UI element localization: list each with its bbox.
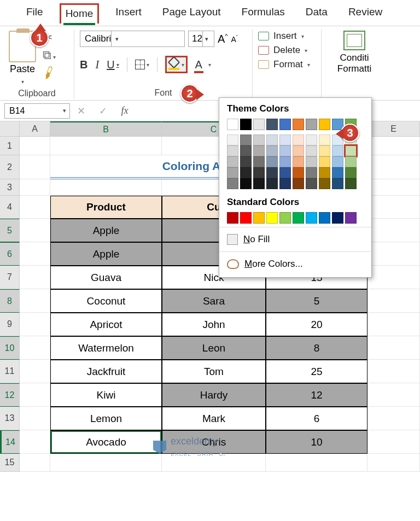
color-swatch[interactable] <box>266 134 278 145</box>
cell[interactable] <box>368 266 420 289</box>
enter-formula-icon[interactable]: ✓ <box>92 105 114 117</box>
tab-data[interactable]: Data <box>301 3 332 24</box>
row-header[interactable]: 4 <box>0 196 20 219</box>
table-cell[interactable]: Lemon <box>50 407 162 430</box>
increase-font-icon[interactable]: A^ <box>218 33 228 45</box>
cell[interactable] <box>50 179 162 196</box>
cell[interactable] <box>368 242 420 266</box>
color-swatch[interactable] <box>253 119 265 130</box>
insert-cells-button[interactable]: Insert ▾ <box>258 31 316 42</box>
cell[interactable] <box>20 179 50 196</box>
color-swatch[interactable] <box>253 212 265 224</box>
col-header-E[interactable]: E <box>368 121 420 137</box>
color-swatch[interactable] <box>227 156 238 167</box>
row-header[interactable]: 5 <box>0 219 20 242</box>
cell[interactable] <box>266 454 368 472</box>
table-cell[interactable]: Kiwi <box>50 383 162 407</box>
table-cell[interactable]: 25 <box>266 360 368 383</box>
color-swatch[interactable] <box>332 167 343 178</box>
color-swatch[interactable] <box>279 145 291 156</box>
color-swatch[interactable] <box>332 212 343 224</box>
row-header[interactable]: 14 <box>0 430 20 454</box>
color-swatch[interactable] <box>240 167 252 178</box>
color-swatch[interactable] <box>306 134 317 145</box>
color-swatch[interactable] <box>227 167 238 178</box>
table-cell[interactable]: John <box>162 313 266 336</box>
cell[interactable] <box>368 383 420 407</box>
cell[interactable] <box>20 360 50 383</box>
color-swatch[interactable] <box>319 156 330 167</box>
color-swatch[interactable] <box>319 134 330 145</box>
color-swatch[interactable] <box>227 134 238 145</box>
cell[interactable] <box>368 219 420 242</box>
cell[interactable] <box>20 336 50 360</box>
table-cell[interactable]: 10 <box>266 430 368 454</box>
select-all-triangle[interactable] <box>0 121 20 137</box>
cell[interactable] <box>20 430 50 454</box>
tab-insert[interactable]: Insert <box>111 3 146 24</box>
color-swatch[interactable] <box>279 178 291 189</box>
color-swatch[interactable] <box>266 145 278 156</box>
underline-button[interactable]: U ▾ <box>107 58 119 71</box>
table-cell[interactable]: 6 <box>266 407 368 430</box>
table-cell[interactable]: 8 <box>266 336 368 360</box>
table-cell[interactable]: Watermelon <box>50 336 162 360</box>
color-swatch[interactable] <box>266 156 278 167</box>
table-cell[interactable]: 5 <box>266 289 368 313</box>
font-color-button[interactable]: A ▾ <box>195 58 212 71</box>
conditional-formatting-icon[interactable] <box>343 31 365 50</box>
table-header[interactable]: Product <box>50 196 162 219</box>
cell[interactable] <box>20 289 50 313</box>
cell[interactable] <box>50 454 162 472</box>
row-header[interactable]: 10 <box>0 336 20 360</box>
color-swatch[interactable] <box>332 145 343 156</box>
cell[interactable] <box>20 155 50 179</box>
table-cell[interactable]: Leon <box>162 336 266 360</box>
color-swatch[interactable] <box>332 156 343 167</box>
cell[interactable] <box>20 196 50 219</box>
conditional-formatting-label[interactable]: ConditiFormatti <box>337 52 371 74</box>
bold-button[interactable]: B <box>80 58 88 71</box>
delete-cells-button[interactable]: Delete ▾ <box>258 45 316 56</box>
color-swatch[interactable] <box>319 119 330 130</box>
more-colors-button[interactable]: More Colors... <box>227 255 364 273</box>
cell[interactable] <box>368 454 420 472</box>
row-header[interactable]: 8 <box>0 289 20 313</box>
color-swatch[interactable] <box>253 156 265 167</box>
color-swatch[interactable] <box>319 145 330 156</box>
cell[interactable] <box>20 407 50 430</box>
row-header[interactable]: 3 <box>0 179 20 196</box>
color-swatch[interactable] <box>319 212 330 224</box>
color-swatch[interactable] <box>319 167 330 178</box>
cell[interactable] <box>20 219 50 242</box>
color-swatch[interactable] <box>279 119 291 130</box>
color-swatch[interactable] <box>266 178 278 189</box>
row-header[interactable]: 1 <box>0 137 20 155</box>
color-swatch[interactable] <box>253 134 265 145</box>
color-swatch[interactable] <box>253 178 265 189</box>
cell[interactable] <box>50 137 162 155</box>
cell[interactable] <box>368 407 420 430</box>
color-swatch[interactable] <box>332 178 343 189</box>
name-box[interactable]: B14 <box>4 103 70 119</box>
color-swatch[interactable] <box>266 212 278 224</box>
color-swatch[interactable] <box>319 178 330 189</box>
color-swatch[interactable] <box>279 212 291 224</box>
color-swatch[interactable] <box>345 167 357 178</box>
color-swatch[interactable] <box>293 167 304 178</box>
color-swatch[interactable] <box>227 212 238 224</box>
cell[interactable] <box>368 336 420 360</box>
color-swatch[interactable] <box>279 134 291 145</box>
cell[interactable] <box>20 266 50 289</box>
row-header[interactable]: 12 <box>0 383 20 407</box>
color-swatch[interactable] <box>293 156 304 167</box>
col-header-A[interactable]: A <box>20 121 50 137</box>
cell[interactable] <box>20 383 50 407</box>
fx-icon[interactable]: fx <box>114 105 136 116</box>
row-header[interactable]: 6 <box>0 242 20 266</box>
cell[interactable] <box>20 242 50 266</box>
cell[interactable] <box>368 137 420 155</box>
cell[interactable] <box>20 454 50 472</box>
italic-button[interactable]: I <box>95 58 99 71</box>
format-cells-button[interactable]: Format ▾ <box>258 59 316 70</box>
